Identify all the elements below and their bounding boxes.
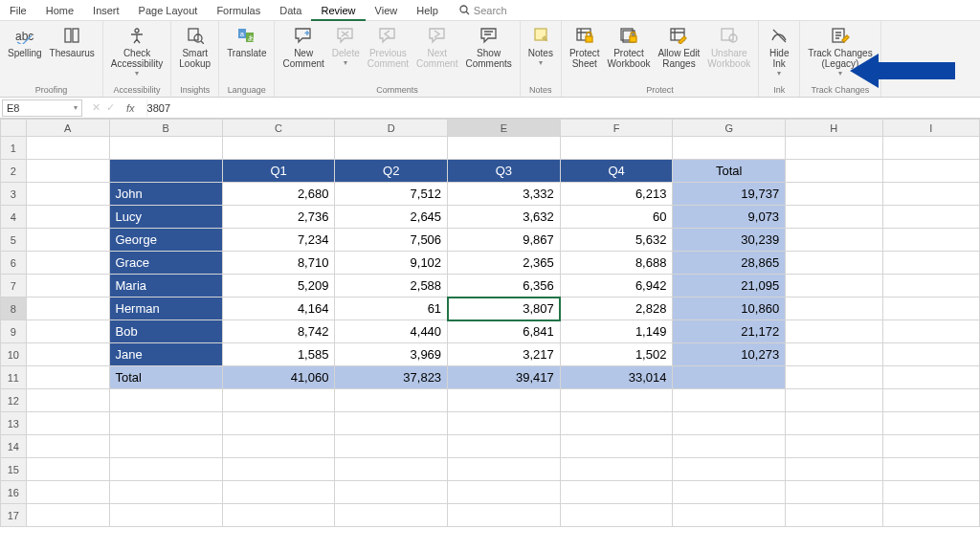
cell-C3[interactable]: 2,680 bbox=[222, 183, 335, 206]
grid-table[interactable]: ABCDEFGHI12Q1Q2Q3Q4Total3John2,6807,5123… bbox=[0, 119, 980, 527]
cell-I16[interactable] bbox=[882, 481, 980, 504]
row-header-11[interactable]: 11 bbox=[1, 366, 27, 389]
cell-B11[interactable]: Total bbox=[109, 366, 222, 389]
cell-B10[interactable]: Jane bbox=[109, 343, 222, 366]
cell-D12[interactable] bbox=[335, 389, 448, 412]
cell-E7[interactable]: 6,356 bbox=[448, 275, 561, 298]
cell-B8[interactable]: Herman bbox=[109, 298, 222, 320]
col-header-B[interactable]: B bbox=[109, 120, 222, 137]
cell-A14[interactable] bbox=[26, 435, 109, 458]
cell-H11[interactable] bbox=[786, 366, 882, 389]
cell-H16[interactable] bbox=[786, 481, 882, 504]
col-header-E[interactable]: E bbox=[448, 120, 561, 137]
row-header-16[interactable]: 16 bbox=[1, 481, 27, 504]
cell-G13[interactable] bbox=[673, 412, 786, 435]
cell-D9[interactable]: 4,440 bbox=[335, 320, 448, 343]
cell-D7[interactable]: 2,588 bbox=[335, 275, 448, 298]
cell-D10[interactable]: 3,969 bbox=[335, 343, 448, 366]
notes-button[interactable]: Notes ▾ bbox=[524, 23, 557, 82]
cell-D1[interactable] bbox=[335, 137, 448, 160]
cell-F12[interactable] bbox=[560, 389, 673, 412]
cell-B12[interactable] bbox=[109, 389, 222, 412]
cell-B17[interactable] bbox=[109, 504, 222, 527]
cell-I1[interactable] bbox=[882, 137, 980, 160]
cell-A15[interactable] bbox=[26, 458, 109, 481]
row-header-2[interactable]: 2 bbox=[1, 160, 27, 183]
cell-I17[interactable] bbox=[882, 504, 980, 527]
cell-E2[interactable]: Q3 bbox=[448, 160, 561, 183]
cell-C7[interactable]: 5,209 bbox=[222, 275, 335, 298]
row-header-10[interactable]: 10 bbox=[1, 343, 27, 366]
cell-B3[interactable]: John bbox=[109, 183, 222, 206]
col-header-G[interactable]: G bbox=[673, 120, 786, 137]
cell-A7[interactable] bbox=[26, 275, 109, 298]
cell-F13[interactable] bbox=[560, 412, 673, 435]
hide-ink-button[interactable]: Hide Ink ▾ bbox=[763, 23, 795, 82]
cell-E4[interactable]: 3,632 bbox=[448, 206, 561, 229]
cell-B14[interactable] bbox=[109, 435, 222, 458]
cell-E9[interactable]: 6,841 bbox=[448, 320, 561, 343]
cell-G11[interactable] bbox=[673, 366, 786, 389]
row-header-13[interactable]: 13 bbox=[1, 412, 27, 435]
cell-I2[interactable] bbox=[882, 160, 980, 183]
row-header-6[interactable]: 6 bbox=[1, 252, 27, 275]
cell-A6[interactable] bbox=[26, 252, 109, 275]
cell-C1[interactable] bbox=[222, 137, 335, 160]
cell-E10[interactable]: 3,217 bbox=[448, 343, 561, 366]
cell-A9[interactable] bbox=[26, 320, 109, 343]
row-header-12[interactable]: 12 bbox=[1, 389, 27, 412]
cell-E13[interactable] bbox=[448, 412, 561, 435]
cell-I6[interactable] bbox=[882, 252, 980, 275]
cell-F8[interactable]: 2,828 bbox=[560, 298, 673, 320]
col-header-D[interactable]: D bbox=[335, 120, 448, 137]
cell-E12[interactable] bbox=[448, 389, 561, 412]
cell-C5[interactable]: 7,234 bbox=[222, 229, 335, 252]
cell-I12[interactable] bbox=[882, 389, 980, 412]
row-header-5[interactable]: 5 bbox=[1, 229, 27, 252]
cell-C15[interactable] bbox=[222, 458, 335, 481]
cell-B4[interactable]: Lucy bbox=[109, 206, 222, 229]
cell-I7[interactable] bbox=[882, 275, 980, 298]
cell-C13[interactable] bbox=[222, 412, 335, 435]
cell-I5[interactable] bbox=[882, 229, 980, 252]
cell-C2[interactable]: Q1 bbox=[222, 160, 335, 183]
col-header-I[interactable]: I bbox=[882, 120, 980, 137]
enter-icon[interactable]: ✓ bbox=[106, 101, 115, 114]
cell-G5[interactable]: 30,239 bbox=[673, 229, 786, 252]
select-all-corner[interactable] bbox=[1, 120, 27, 137]
cell-C9[interactable]: 8,742 bbox=[222, 320, 335, 343]
cell-A3[interactable] bbox=[26, 183, 109, 206]
formula-value[interactable]: 3807 bbox=[147, 102, 170, 114]
cell-B7[interactable]: Maria bbox=[109, 275, 222, 298]
cell-F14[interactable] bbox=[560, 435, 673, 458]
cell-D15[interactable] bbox=[335, 458, 448, 481]
cell-G16[interactable] bbox=[673, 481, 786, 504]
cell-D17[interactable] bbox=[335, 504, 448, 527]
show-comments-button[interactable]: Show Comments bbox=[461, 23, 515, 82]
cell-A13[interactable] bbox=[26, 412, 109, 435]
cell-B13[interactable] bbox=[109, 412, 222, 435]
translate-button[interactable]: aあ Translate bbox=[223, 23, 270, 82]
cell-I3[interactable] bbox=[882, 183, 980, 206]
row-header-8[interactable]: 8 bbox=[1, 298, 27, 320]
cell-D8[interactable]: 61 bbox=[335, 298, 448, 320]
cell-I11[interactable] bbox=[882, 366, 980, 389]
cell-C4[interactable]: 2,736 bbox=[222, 206, 335, 229]
cell-F11[interactable]: 33,014 bbox=[560, 366, 673, 389]
row-header-17[interactable]: 17 bbox=[1, 504, 27, 527]
cancel-icon[interactable]: ✕ bbox=[92, 101, 100, 114]
cell-G1[interactable] bbox=[673, 137, 786, 160]
cell-H6[interactable] bbox=[786, 252, 882, 275]
allow-edit-ranges-button[interactable]: Allow Edit Ranges bbox=[654, 23, 703, 82]
cell-E17[interactable] bbox=[448, 504, 561, 527]
cell-D11[interactable]: 37,823 bbox=[335, 366, 448, 389]
cell-B6[interactable]: Grace bbox=[109, 252, 222, 275]
cell-E6[interactable]: 2,365 bbox=[448, 252, 561, 275]
cell-H13[interactable] bbox=[786, 412, 882, 435]
check-accessibility-button[interactable]: Check Accessibility ▾ bbox=[107, 23, 167, 82]
cell-H15[interactable] bbox=[786, 458, 882, 481]
cell-G2[interactable]: Total bbox=[673, 160, 786, 183]
cell-D2[interactable]: Q2 bbox=[335, 160, 448, 183]
cell-E1[interactable] bbox=[448, 137, 561, 160]
cell-E3[interactable]: 3,332 bbox=[448, 183, 561, 206]
